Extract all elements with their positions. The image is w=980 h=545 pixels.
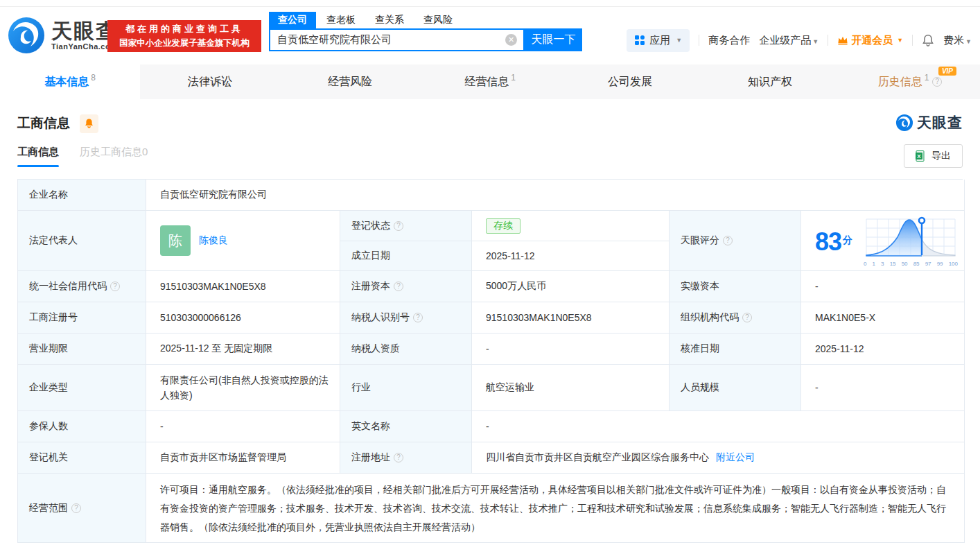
score-axis-labels: 0131550859799100 — [863, 261, 959, 267]
business-scope-label: 经营范围? — [18, 474, 146, 543]
grid-icon — [634, 35, 645, 46]
promo-line1: 都在用的商业查询工具 — [125, 23, 243, 35]
insured-staff-count-label: 参保人数 — [18, 411, 146, 442]
taxpayer-qualification-label: 纳税人资质 — [340, 334, 472, 365]
search-tab-company[interactable]: 查公司 — [269, 12, 316, 28]
tab-company-development[interactable]: 公司发展 — [560, 64, 700, 99]
help-icon[interactable]: ? — [932, 77, 942, 87]
subtab-row: 工商信息 历史工商信息0 X 导出 — [17, 146, 963, 172]
legal-representative-link[interactable]: 陈俊良 — [199, 234, 228, 247]
company-type-label: 企业类型 — [18, 365, 146, 411]
export-button[interactable]: X 导出 — [904, 144, 963, 168]
nav-business-cooperation[interactable]: 商务合作 — [708, 34, 750, 47]
enterprise-products-label: 企业级产品 — [759, 34, 811, 46]
nav-open-membership[interactable]: 开通会员 ▼ — [837, 34, 903, 47]
clear-icon[interactable]: ✕ — [505, 34, 517, 46]
tab-label: 公司发展 — [608, 75, 652, 89]
tyc-score-value: 83分 — [801, 211, 965, 271]
header-right-nav: 应用 ▼ 商务合作 企业级产品▼ 开通会员 ▼ 费米▼ — [627, 28, 972, 53]
subscribe-bell-button[interactable] — [80, 114, 98, 133]
section-title: 工商信息 — [17, 114, 70, 132]
business-term-value: 2025-11-12 至 无固定期限 — [146, 334, 340, 365]
user-menu[interactable]: 费米▼ — [943, 34, 972, 47]
company-type-value: 有限责任公司(非自然人投资或控股的法人独资) — [146, 365, 340, 411]
top-divider — [0, 0, 980, 7]
company-search-input[interactable] — [270, 34, 505, 46]
help-icon[interactable]: ? — [413, 313, 423, 322]
tab-intellectual-property[interactable]: 知识产权 — [700, 64, 840, 99]
chevron-down-icon: ▼ — [965, 38, 972, 45]
search-tabs: 查公司 查老板 查关系 查风险 — [269, 12, 582, 28]
approval-date-label: 核准日期 — [670, 334, 801, 365]
nearby-companies-link[interactable]: 附近公司 — [716, 451, 755, 464]
section-header: 工商信息 天眼查 — [17, 113, 963, 134]
open-membership-label: 开通会员 — [851, 34, 893, 47]
staff-size-label: 人员规模 — [670, 365, 801, 411]
excel-icon: X — [916, 150, 927, 162]
promo-banner[interactable]: 都在用的商业查询工具 国家中小企业发展子基金旗下机构 — [107, 20, 261, 52]
chevron-down-icon: ▼ — [812, 38, 819, 45]
organization-code-value: MAK1N0E5-X — [801, 302, 965, 334]
bell-icon — [84, 118, 94, 129]
staff-size-value: - — [801, 365, 965, 411]
main-nav-tabs: 基本信息 8 法律诉讼 经营风险 经营信息 1 公司发展 知识产权 VIP 历史… — [0, 64, 980, 99]
apps-menu[interactable]: 应用 ▼ — [627, 29, 690, 52]
tab-count: 1 — [511, 73, 516, 83]
bell-icon — [922, 34, 934, 47]
tyc-score-label: 天眼评分? — [670, 211, 801, 271]
search-tab-boss[interactable]: 查老板 — [326, 12, 356, 28]
tab-history-info[interactable]: VIP 历史信息 1 ? — [840, 64, 980, 99]
paid-in-capital-label: 实缴资本 — [670, 271, 801, 302]
tab-business-info[interactable]: 经营信息 1 — [420, 64, 560, 99]
help-icon[interactable]: ? — [394, 453, 403, 462]
company-name-label: 企业名称 — [18, 180, 146, 211]
divider — [699, 35, 699, 46]
tab-basic-info[interactable]: 基本信息 8 — [0, 64, 140, 99]
tab-label: 经营信息 — [464, 75, 509, 89]
chevron-down-icon: ▼ — [676, 37, 682, 44]
crown-icon — [837, 35, 848, 45]
score-number: 83分 — [815, 227, 852, 254]
export-label: 导出 — [931, 150, 951, 162]
help-icon[interactable]: ? — [110, 282, 120, 291]
business-registration-no-label: 工商注册号 — [18, 302, 146, 334]
tab-legal-proceedings[interactable]: 法律诉讼 — [140, 64, 280, 99]
svg-text:X: X — [917, 153, 921, 159]
search-button[interactable]: 天眼一下 — [525, 28, 582, 51]
registered-capital-label: 注册资本? — [340, 271, 472, 302]
legal-representative-avatar[interactable]: 陈 — [160, 225, 191, 256]
tab-count: 1 — [925, 73, 929, 83]
search-tab-relation[interactable]: 查关系 — [375, 12, 404, 28]
nav-enterprise-products[interactable]: 企业级产品▼ — [759, 34, 819, 47]
promo-line2: 国家中小企业发展子基金旗下机构 — [119, 37, 250, 49]
taxpayer-id-label: 纳税人识别号? — [340, 302, 472, 334]
industry-label: 行业 — [340, 365, 472, 411]
subtab-history-business-info[interactable]: 历史工商信息0 — [80, 146, 148, 167]
help-icon[interactable]: ? — [394, 221, 403, 231]
company-name-value: 自贡低空研究院有限公司 — [146, 180, 965, 211]
search-area: 查公司 查老板 查关系 查风险 ✕ 天眼一下 — [269, 12, 582, 51]
taxpayer-qualification-value: - — [472, 334, 670, 365]
approval-date-value: 2025-11-12 — [801, 334, 965, 365]
search-tab-risk[interactable]: 查风险 — [423, 12, 453, 28]
registered-capital-value: 5000万人民币 — [472, 271, 670, 302]
subtab-business-info[interactable]: 工商信息 — [17, 146, 59, 167]
registered-address-label: 注册地址? — [340, 442, 472, 474]
registration-status-label: 登记状态? — [340, 211, 472, 241]
help-icon[interactable]: ? — [71, 503, 81, 513]
organization-code-label: 组织机构代码? — [670, 302, 801, 334]
tianyancha-logo[interactable]: 天眼查 TianYanCha.com — [7, 16, 118, 55]
help-icon[interactable]: ? — [723, 236, 733, 245]
tab-operational-risk[interactable]: 经营风险 — [280, 64, 420, 99]
chevron-down-icon: ▼ — [897, 37, 903, 44]
legal-representative-value: 陈 陈俊良 — [146, 211, 340, 271]
paid-in-capital-value: - — [801, 271, 965, 302]
tianyancha-logo-icon — [7, 16, 46, 55]
establishment-date-value: 2025-11-12 — [472, 241, 670, 271]
help-icon[interactable]: ? — [742, 313, 752, 322]
watermark-text: 天眼查 — [917, 113, 963, 132]
notification-bell[interactable] — [922, 34, 934, 47]
help-icon[interactable]: ? — [394, 282, 403, 291]
insured-staff-count-value: - — [146, 411, 340, 442]
divider — [912, 35, 913, 46]
